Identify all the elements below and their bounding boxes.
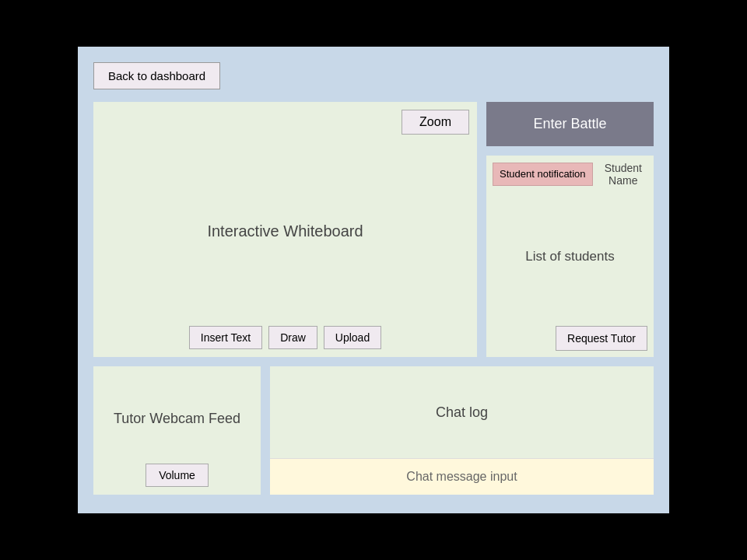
volume-button[interactable]: Volume — [146, 464, 209, 487]
whiteboard-panel: Zoom Interactive Whiteboard Insert Text … — [93, 102, 477, 357]
chat-log-area: Chat log — [270, 366, 654, 458]
list-of-students-label: List of students — [493, 193, 647, 320]
right-panel: Enter Battle Student notification Studen… — [486, 102, 654, 357]
chat-input-area[interactable]: Chat message input — [270, 458, 654, 495]
request-tutor-button[interactable]: Request Tutor — [556, 326, 647, 351]
chat-panel: Chat log Chat message input — [270, 366, 654, 495]
zoom-button[interactable]: Zoom — [402, 110, 469, 135]
bottom-row: Tutor Webcam Feed Volume Chat log Chat m… — [93, 366, 654, 495]
student-notification-header: Student notification Student Name — [493, 162, 647, 187]
main-layout: Zoom Interactive Whiteboard Insert Text … — [93, 102, 654, 495]
webcam-label: Tutor Webcam Feed — [101, 374, 253, 464]
insert-text-button[interactable]: Insert Text — [189, 326, 262, 349]
enter-battle-button[interactable]: Enter Battle — [486, 102, 654, 146]
top-row: Zoom Interactive Whiteboard Insert Text … — [93, 102, 654, 357]
whiteboard-label: Interactive Whiteboard — [101, 142, 469, 320]
main-screen: Back to dashboard Zoom Interactive White… — [78, 47, 669, 513]
student-name-label: Student Name — [599, 162, 647, 187]
webcam-panel: Tutor Webcam Feed Volume — [93, 366, 261, 495]
student-notification-badge[interactable]: Student notification — [493, 163, 593, 187]
whiteboard-toolbar: Insert Text Draw Upload — [101, 326, 469, 349]
draw-button[interactable]: Draw — [268, 326, 317, 349]
students-panel: Student notification Student Name List o… — [486, 156, 654, 357]
back-to-dashboard-button[interactable]: Back to dashboard — [93, 62, 220, 89]
upload-button[interactable]: Upload — [324, 326, 381, 349]
